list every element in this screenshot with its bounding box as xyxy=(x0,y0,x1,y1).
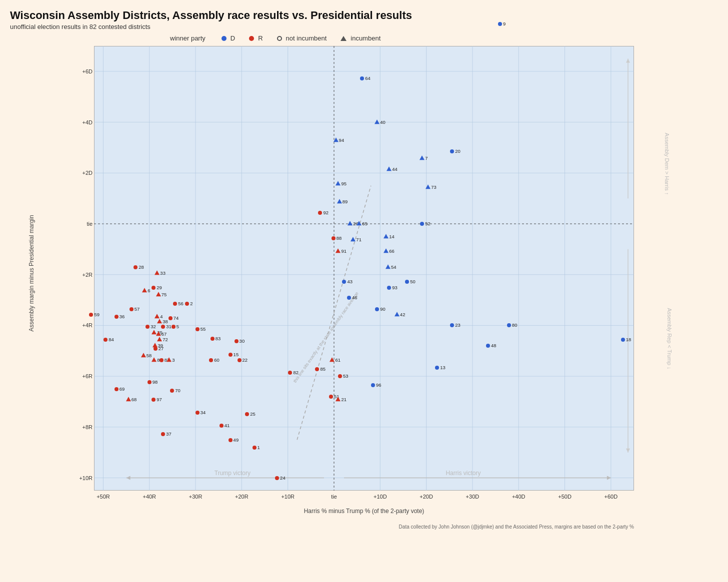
point-label-3: 3 xyxy=(172,357,174,363)
y-label: +6D xyxy=(65,68,92,74)
point-label-22: 22 xyxy=(242,357,248,363)
point-label-66: 66 xyxy=(389,248,394,254)
point-label-37: 37 xyxy=(166,431,172,437)
point-label-57: 57 xyxy=(134,306,140,312)
y-label: +4D xyxy=(65,119,92,125)
legend: winner party D R not incumbent incumbent xyxy=(170,34,718,42)
point-label-28: 28 xyxy=(138,264,144,270)
legend-r-label: R xyxy=(258,34,262,42)
point-label-24: 24 xyxy=(280,475,286,481)
point-label-44: 44 xyxy=(392,166,398,172)
point-label-91: 91 xyxy=(341,248,346,254)
x-label: +10R xyxy=(281,494,294,582)
point-label-2: 2 xyxy=(190,301,192,306)
x-label: +40R xyxy=(142,494,156,582)
point-label-58: 58 xyxy=(146,353,152,358)
x-label: +50R xyxy=(96,494,110,582)
point-label-1: 1 xyxy=(258,445,260,450)
point-label-69: 69 xyxy=(120,386,125,392)
x-label: +60D xyxy=(604,494,618,582)
legend-d-dot xyxy=(222,36,226,41)
x-label: +50D xyxy=(558,494,572,582)
point-label-23: 23 xyxy=(455,322,460,328)
x-label: +40D xyxy=(512,494,526,582)
point-label-67: 67 xyxy=(162,331,167,337)
y-label: +2D xyxy=(65,170,92,176)
point-label-80: 80 xyxy=(512,322,518,328)
title: Wisconsin Assembly Districts, Assembly r… xyxy=(10,9,718,22)
x-label: +20R xyxy=(235,494,248,582)
legend-incumbent: incumbent xyxy=(340,34,380,42)
point-label-18: 18 xyxy=(626,337,632,342)
point-label-65: 65 xyxy=(362,221,368,226)
point-label-64: 64 xyxy=(365,75,370,81)
point-label-70: 70 xyxy=(175,388,180,393)
winner-party-label: winner party xyxy=(170,34,206,42)
point-label-85: 85 xyxy=(320,366,326,372)
right-top-annotation: Assembly Dem > Harris ↑ xyxy=(664,133,670,195)
x-axis-title: Harris % minus Trump % (of the 2-party v… xyxy=(304,508,424,515)
point-label-98: 98 xyxy=(152,379,158,385)
point-label-25: 25 xyxy=(250,411,256,417)
y-axis-title: Assembly margin minus Presidential margi… xyxy=(28,215,35,331)
x-label: +20D xyxy=(420,494,433,582)
legend-d-group: D xyxy=(222,34,235,42)
point-label-97: 97 xyxy=(156,397,162,402)
point-label-50: 50 xyxy=(410,279,416,284)
point-label-83: 83 xyxy=(216,336,221,341)
point-label-36: 36 xyxy=(120,314,125,319)
point-label-61: 61 xyxy=(335,357,340,363)
point-label-43: 43 xyxy=(347,279,352,284)
point-label-30: 30 xyxy=(240,338,245,344)
point-label-92: 92 xyxy=(323,210,328,215)
point-label-71: 71 xyxy=(356,237,362,242)
point-label-5: 5 xyxy=(176,324,179,329)
point-label-33: 33 xyxy=(160,270,166,276)
y-label: +4R xyxy=(65,322,92,328)
legend-circle-icon xyxy=(277,36,282,41)
page-container: Wisconsin Assembly Districts, Assembly r… xyxy=(0,0,728,582)
point-label-48: 48 xyxy=(491,343,496,348)
point-label-82: 82 xyxy=(293,370,298,375)
point-label-6: 6 xyxy=(148,288,150,293)
point-label-34: 34 xyxy=(200,410,206,415)
point-label-52: 52 xyxy=(425,221,430,226)
point-label-42: 42 xyxy=(400,312,406,317)
point-label-21: 21 xyxy=(341,397,346,402)
point-label-41: 41 xyxy=(224,423,230,428)
point-label-46: 46 xyxy=(352,295,358,300)
source-text: Data collected by John Johnson (@jdjmke)… xyxy=(399,524,634,530)
point-label-60: 60 xyxy=(214,357,220,363)
legend-d-label: D xyxy=(230,34,235,42)
point-label-96: 96 xyxy=(376,382,382,388)
y-label: +2R xyxy=(65,272,92,278)
point-label-72: 72 xyxy=(162,337,168,342)
point-label-40: 40 xyxy=(380,119,386,125)
subtitle: unofficial election results in 82 contes… xyxy=(10,23,718,30)
legend-r-dot xyxy=(249,36,254,41)
point-label-32: 32 xyxy=(150,324,156,329)
point-label-27: 27 xyxy=(158,346,164,351)
legend-triangle-icon xyxy=(340,36,346,41)
point-label-95: 95 xyxy=(341,181,346,186)
legend-not-incumbent: not incumbent xyxy=(277,34,327,42)
point-label-68: 68 xyxy=(132,397,137,402)
point-label-13: 13 xyxy=(440,365,446,370)
x-label: +30R xyxy=(189,494,202,582)
y-label: +6R xyxy=(65,373,92,379)
point-label-49: 49 xyxy=(234,437,239,443)
point-label-31: 31 xyxy=(166,324,172,329)
legend-not-incumbent-label: not incumbent xyxy=(286,34,327,42)
x-label: +10D xyxy=(374,494,387,582)
point-label-7: 7 xyxy=(425,155,428,161)
point-label-73: 73 xyxy=(431,184,436,190)
point-label-20: 20 xyxy=(455,148,460,154)
y-label: tie xyxy=(65,221,92,227)
chart-background xyxy=(94,46,634,491)
point-label-9: 9 xyxy=(503,21,506,26)
chart-area: Assembly margin minus Presidential margi… xyxy=(59,46,669,521)
y-label: +8R xyxy=(65,424,92,430)
point-label-59: 59 xyxy=(94,312,100,317)
legend-incumbent-label: incumbent xyxy=(350,34,380,42)
point-label-93: 93 xyxy=(392,285,398,290)
